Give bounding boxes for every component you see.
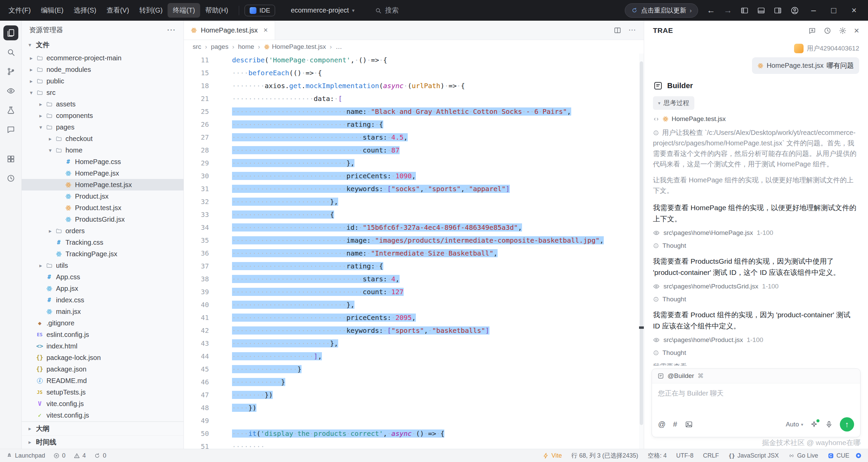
tree-folder-public[interactable]: ▸public [22,75,184,87]
outline-section[interactable]: ▸ 大纲 [22,422,184,435]
tab-homepage-test[interactable]: HomePage.test.jsx × [184,21,275,40]
code-line[interactable]: ····················data:·[ [219,92,644,105]
tree-folder-src[interactable]: ▾src [22,87,184,98]
tree-file-App.css[interactable]: #App.css [22,271,184,283]
menu-selection[interactable]: 选择(S) [69,3,101,18]
code-line[interactable]: ····························}, [219,157,644,169]
code-line[interactable]: ····························name:·"Black… [219,105,644,118]
tree-file-package.json[interactable]: {}package.json [22,363,184,375]
status-encoding[interactable]: UTF-8 [676,452,694,459]
code-line[interactable]: ································stars:·4… [219,131,644,144]
line-number[interactable]: 35 [184,234,219,247]
tree-file-main.jsx[interactable]: main.jsx [22,306,184,317]
enhance-button[interactable] [810,420,818,428]
status-vite[interactable]: Vite [543,452,562,459]
project-switcher[interactable]: ecommerce-project ▾ [291,6,354,14]
code-line[interactable]: ····························rating:·{ [219,118,644,131]
tree-file-Product.jsx[interactable]: Product.jsx [22,190,184,202]
sidebar-more-button[interactable]: ··· [167,26,176,34]
activity-search-icon[interactable] [3,45,18,60]
tree-file-.gitignore[interactable]: ◆.gitignore [22,317,184,329]
model-selector[interactable]: Auto ▾ [786,421,803,428]
line-number[interactable]: 27 [184,131,219,144]
tree-file-ProductsGrid.jsx[interactable]: ProductsGrid.jsx [22,214,184,225]
code-line[interactable]: ····}) [219,401,644,414]
chat-block-thought[interactable]: Thought [653,296,859,303]
activity-chat-icon[interactable] [3,122,18,137]
chat-block-thought[interactable]: Thought [653,242,859,249]
line-number[interactable]: 32 [184,195,219,208]
code-line[interactable]: ········}) [219,388,644,401]
code-line[interactable]: ····························rating:·{ [219,260,644,273]
chat-block-thought[interactable]: Thought [653,349,859,357]
tree-folder-node_modules[interactable]: ▸node_modules [22,64,184,75]
code-line[interactable]: ····························keywords:·["… [219,324,644,337]
menu-goto[interactable]: 转到(G) [134,3,168,18]
line-number[interactable]: 42 [184,324,219,337]
breadcrumb-item[interactable]: pages [211,43,229,51]
chat-block-resource[interactable]: src\pages\home\ProductsGrid.jsx1-100 [653,283,859,290]
split-editor-icon[interactable] [614,26,621,34]
line-number[interactable]: 29 [184,157,219,169]
editor-scrollbar[interactable] [639,54,644,449]
line-number[interactable]: 34 [184,221,219,234]
activity-source-control-icon[interactable] [3,64,18,79]
line-number[interactable]: 37 [184,260,219,273]
line-number[interactable]: 50 [184,427,219,440]
line-number[interactable]: 48 [184,401,219,414]
line-number[interactable]: 31 [184,182,219,195]
tree-file-Product.test.jsx[interactable]: Product.test.jsx [22,202,184,214]
code-line[interactable]: ····beforeEach(()·=>·{ [219,66,644,79]
breadcrumb-item[interactable]: … [335,43,342,51]
toggle-sidebar-icon[interactable] [740,6,749,15]
code-editor[interactable]: 1115182125262728293031323334353637383940… [184,54,644,449]
tree-file-HomePage.test.jsx[interactable]: HomePage.test.jsx [22,179,184,190]
tree-folder-assets[interactable]: ▸assets [22,98,184,110]
code-line[interactable]: ········axios.get.mockImplementation(asy… [219,79,644,92]
line-number[interactable]: 18 [184,79,219,92]
chat-close-icon[interactable]: × [854,26,859,35]
context-chip-row[interactable]: @Builder ⌘ [652,369,860,383]
breadcrumb-item[interactable]: src [193,43,201,51]
toggle-panel-icon[interactable] [757,6,765,15]
line-number[interactable]: 43 [184,337,219,350]
tree-file-vitest.config.js[interactable]: ✓vitest.config.js [22,409,184,421]
status-launchpad[interactable]: Launchpad [6,452,45,459]
code-line[interactable]: ················} [219,363,644,376]
code-line[interactable]: ····························image:·"imag… [219,234,644,247]
code-line[interactable]: ····························priceCents:·… [219,169,644,182]
attach-image-button[interactable] [685,420,693,428]
minimize-button[interactable]: – [808,5,819,15]
global-search[interactable]: 搜索 [375,6,399,15]
tab-close-icon[interactable]: × [264,26,268,35]
status-warnings[interactable]: 4 [74,452,86,459]
breadcrumb[interactable]: src›pages›home›HomePage.test.jsx›… [184,40,644,54]
code-line[interactable]: ························}, [219,195,644,208]
line-number[interactable]: 40 [184,298,219,311]
line-number[interactable]: 33 [184,208,219,221]
tree-file-README.md[interactable]: iREADME.md [22,375,184,386]
tree-file-eslint.config.js[interactable]: ESeslint.config.js [22,329,184,340]
tree-file-Tracking.css[interactable]: #Tracking.css [22,237,184,248]
tree-file-App.jsx[interactable]: App.jsx [22,283,184,294]
tree-folder-home[interactable]: ▾home [22,144,184,156]
tree-folder-orders[interactable]: ▸orders [22,225,184,237]
mic-button[interactable] [825,420,833,428]
activity-history-icon[interactable] [3,171,18,186]
status-cue[interactable]: CUE [828,452,862,459]
code-line[interactable]: ································count:·8… [219,144,644,157]
window-close-button[interactable]: × [848,5,860,15]
code-line[interactable]: ····················], [219,350,644,363]
code-line[interactable]: ····························id:·"15b6fc6… [219,221,644,234]
menu-file[interactable]: 文件(F) [3,3,36,18]
activity-tests-icon[interactable] [3,103,18,118]
tree-folder-components[interactable]: ▸components [22,110,184,121]
status-indent[interactable]: 空格: 4 [648,451,667,460]
mention-button[interactable]: @ [658,420,666,429]
line-number[interactable]: 51 [184,440,219,449]
line-number[interactable]: 38 [184,273,219,285]
activity-extensions-icon[interactable] [3,152,18,166]
code-line[interactable]: ····························priceCents:·… [219,311,644,324]
tree-file-index.html[interactable]: <>index.html [22,340,184,352]
chat-block-usermsg[interactable]: HomePage.test.jsx哪有问题 [653,57,859,74]
